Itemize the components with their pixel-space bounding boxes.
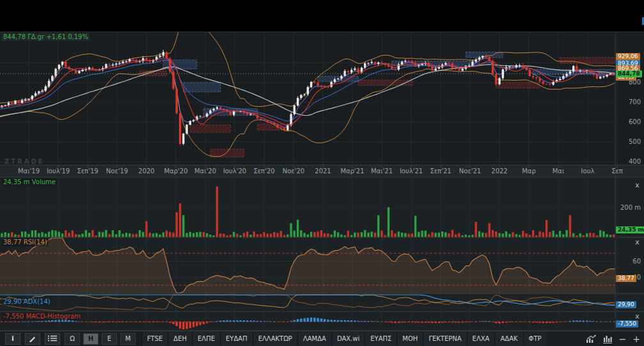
info-button[interactable]: i (5, 333, 20, 345)
x-axis-label: Σεπ'20 (248, 168, 280, 175)
price-axis-tick: 400 (629, 158, 641, 165)
ztrade-watermark: ZTRADE (4, 158, 45, 166)
adx-indicator-label: 29,90 ADX(14) (2, 298, 52, 306)
x-axis-label: Σεπ'19 (72, 168, 104, 175)
timeframe-button-Μ[interactable]: Μ (120, 333, 136, 345)
instrument-tab-ΕΛΠΕ[interactable]: ΕΛΠΕ (192, 331, 220, 346)
x-axis-label: Μαι'21 (366, 168, 398, 175)
price-axis-tick: 700 (629, 98, 641, 106)
instrument-tab-ΓΕΚΤΕΡΝΑ[interactable]: ΓΕΚΤΕΡΝΑ (423, 331, 466, 346)
volume-axis-tick: 200 m (620, 204, 641, 211)
x-axis-label: Ιουλ'19 (42, 168, 74, 175)
x-axis-label: Μαι'19 (13, 168, 45, 175)
macd-badge: -7,550 (616, 320, 638, 327)
price-badge: 929,06 (616, 53, 640, 60)
x-axis-label: Νοε'21 (454, 168, 486, 175)
chart-controls: − + (579, 334, 644, 343)
list-icon (47, 334, 58, 343)
instrument-tabs: FTSEΔΕΗΕΛΠΕΕΥΔΑΠΕΛΛΑΚΤΩΡΛΑΜΔΑDAX.wiΕΥΑΠΣ… (141, 331, 547, 346)
timeframe-buttons: ΩΗΕΜ (65, 333, 139, 345)
timeframe-button-Ε[interactable]: Ε (102, 333, 117, 345)
instrument-tab-ΕΥΔΑΠ[interactable]: ΕΥΔΑΠ (220, 331, 253, 346)
timeframe-button-Η[interactable]: Η (83, 333, 98, 345)
instrument-tab-ΔΕΗ[interactable]: ΔΕΗ (168, 331, 192, 346)
price-badge: 844,78 (616, 70, 642, 77)
x-axis-label: Μαι'20 (189, 168, 221, 175)
zoom-in-button[interactable]: + (632, 334, 640, 343)
volume-badge: 24,35 m (616, 226, 644, 233)
x-axis-label: Μαρ (513, 168, 545, 175)
close-volume-panel-button[interactable]: x (633, 181, 641, 189)
info-icon: i (12, 335, 13, 342)
instrument-tab-FTSE[interactable]: FTSE (141, 331, 168, 346)
rsi-axis-tick: 60 (632, 258, 641, 265)
instrument-tab-ΕΛΛΑΚΤΩΡ[interactable]: ΕΛΛΑΚΤΩΡ (253, 331, 297, 346)
macd-indicator-label: -7,550 MACD-Histogram (2, 313, 82, 320)
adx-badge: 29,90 (616, 301, 636, 308)
indicator-list-button[interactable] (45, 333, 60, 345)
price-axis-tick: 500 (629, 138, 641, 145)
active-underline (603, 343, 612, 343)
instrument-tab-ΛΑΜΔΑ[interactable]: ΛΑΜΔΑ (297, 331, 331, 346)
draw-pencil-button[interactable] (25, 333, 40, 345)
x-axis-label: Νοε'20 (278, 168, 310, 175)
instrument-tab-ΦΤΡ[interactable]: ΦΤΡ (523, 331, 547, 346)
instrument-tab-ΕΥΑΠΣ[interactable]: ΕΥΑΠΣ (365, 331, 397, 346)
zoom-out-button[interactable]: − (619, 334, 627, 343)
trading-app-window: 844,78 ΓΔ.gr +1,61 0,19% ZTRADE 24,35 m … (0, 0, 644, 346)
x-axis-label: Σεπ'21 (425, 168, 457, 175)
close-macd-panel-button[interactable]: x (633, 312, 641, 320)
close-rsi-panel-button[interactable]: x (633, 238, 641, 246)
bar-chart-icon-active[interactable] (603, 334, 613, 343)
instrument-tab-DAX.wi[interactable]: DAX.wi (331, 331, 365, 346)
x-axis-label: 2020 (130, 168, 162, 175)
rsi-badge: 38,77 (616, 275, 636, 282)
instrument-tab-ΑΔΑΚ[interactable]: ΑΔΑΚ (494, 331, 522, 346)
rsi-indicator-label: 38,77 RSI(14) (2, 239, 49, 246)
x-axis-label: Μαρ'21 (336, 168, 368, 175)
instrument-tab-ΜΟΗ[interactable]: ΜΟΗ (397, 331, 423, 346)
instrument-tab-ΕΛΧΑ[interactable]: ΕΛΧΑ (467, 331, 495, 346)
x-axis-label: Ιουλ'21 (395, 168, 427, 175)
pencil-icon (29, 334, 36, 343)
x-axis-label: Μαρ'20 (160, 168, 192, 175)
x-axis-label: Νοε'19 (101, 168, 133, 175)
x-axis-label: Ιουλ (572, 168, 604, 175)
volume-indicator-label: 24,35 m Volume (2, 178, 57, 186)
x-axis-label: 2021 (307, 168, 339, 175)
line-chart-icon[interactable] (586, 334, 597, 343)
bottom-toolbar: i ΩΗΕΜ FTSEΔΕΗΕΛΠΕΕΥΔΑΠΕΛΛΑΚΤΩΡΛΑΜΔΑDAX.… (0, 331, 644, 346)
x-axis-label: 2022 (483, 168, 515, 175)
x-axis-label: Μαι (542, 168, 574, 175)
instrument-quote-label: 844,78 ΓΔ.gr +1,61 0,19% (1, 33, 90, 41)
x-axis-label: Σεπ (601, 168, 633, 175)
timeframe-button-Ω[interactable]: Ω (65, 333, 80, 345)
price-axis-tick: 600 (629, 118, 641, 125)
x-axis-label: Ιουλ'20 (219, 168, 251, 175)
